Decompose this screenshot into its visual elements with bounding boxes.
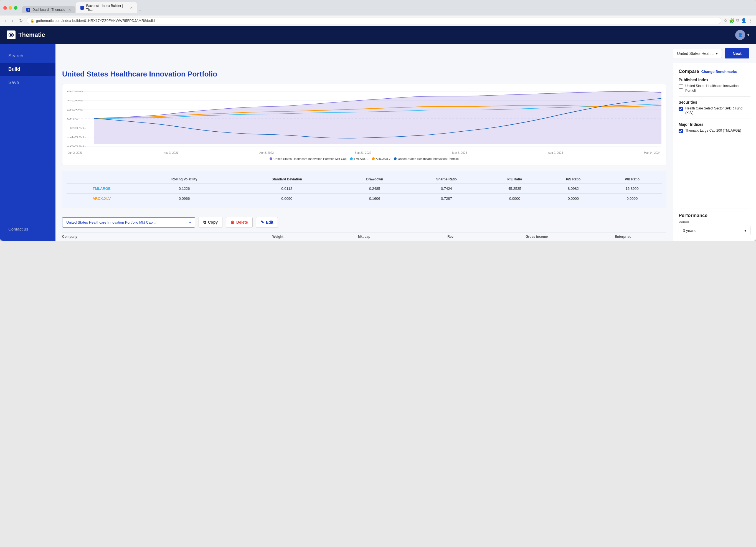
data-table-header: Company Weight Mkt cap Rev Gross income … — [62, 232, 666, 241]
tmlarge-rolling-vol: 0.1226 — [137, 184, 232, 194]
user-avatar[interactable]: 👤 — [735, 30, 745, 40]
browser-titlebar: T Dashboard | Thematic ✕ T Backtest - In… — [0, 0, 756, 16]
chart-label-2: Nov 3, 2021 — [163, 151, 178, 154]
logo-icon — [7, 30, 16, 39]
sidebar-contact[interactable]: Contact us — [0, 223, 55, 235]
copy-button[interactable]: ⧉ Copy — [199, 217, 222, 228]
forward-button[interactable]: › — [10, 18, 15, 24]
browser-tab-backtest[interactable]: T Backtest - Index Builder | Th... ✕ — [76, 2, 137, 13]
delete-button[interactable]: 🗑 Delete — [226, 217, 253, 228]
maximize-window-button[interactable] — [14, 6, 17, 10]
chart-label-1: Jun 2, 2021 — [68, 151, 82, 154]
stats-table-inner: Rolling Volatility Standard Deviation Dr… — [67, 175, 662, 204]
main-content: United States Healthcare Innovation Port… — [55, 63, 756, 241]
data-col-gross-income: Gross income — [494, 235, 580, 239]
portfolio-select-chevron: ▾ — [189, 220, 191, 225]
bookmark-icon[interactable]: ☆ — [724, 18, 727, 23]
securities-checkbox[interactable] — [679, 107, 683, 111]
edit-button[interactable]: ✎ Edit — [256, 217, 278, 228]
svg-text:-40%: -40% — [67, 136, 86, 139]
portfolio-select-dropdown[interactable]: United States Healthcare Innovation Port… — [62, 217, 195, 228]
bottom-bar: United States Healthcare Innovation Port… — [62, 213, 666, 232]
sidebar: Search Build Save Contact us — [0, 44, 55, 241]
top-controls-bar: United States Healt... ▾ Next — [55, 44, 756, 63]
copy-icon: ⧉ — [203, 220, 206, 225]
right-panel: Compare Change Benchmarks Published Inde… — [673, 63, 756, 241]
portfolio-dropdown[interactable]: United States Healt... ▾ — [673, 49, 722, 58]
tabs-bar: T Dashboard | Thematic ✕ T Backtest - In… — [22, 2, 695, 13]
tab-favicon-2: T — [80, 6, 84, 10]
main-panel: United States Healt... ▾ Next United Sta… — [55, 44, 756, 241]
add-tab-button[interactable]: + — [138, 7, 143, 13]
next-button[interactable]: Next — [725, 48, 749, 59]
logo-text: Thematic — [18, 31, 45, 39]
tab-favicon-1: T — [26, 8, 30, 12]
published-index-checkbox[interactable] — [679, 84, 683, 89]
tab-close-1[interactable]: ✕ — [69, 8, 71, 12]
legend-dot-purple — [270, 157, 272, 160]
app-header: Thematic 👤 ▾ — [0, 26, 756, 44]
svg-text:20%: 20% — [67, 108, 83, 111]
split-view-icon[interactable]: ⧉ — [736, 18, 739, 23]
svg-text:-20%: -20% — [67, 127, 86, 129]
portfolio-dropdown-label: United States Healt... — [677, 51, 714, 56]
traffic-lights — [3, 6, 17, 10]
major-indices-checkbox[interactable] — [679, 129, 683, 133]
compare-label: Compare — [679, 69, 699, 74]
user-menu-chevron[interactable]: ▾ — [747, 33, 749, 37]
period-label: Period — [679, 220, 750, 224]
published-index-row: United States Healthcare Innovation Port… — [679, 84, 750, 93]
address-bar[interactable]: 🔒 gothematic.com/index-builder/01HRX17YZ… — [27, 17, 721, 24]
chart-legend: United States Healthcare Innovation Port… — [67, 157, 661, 161]
col-header-pb: P/B Ratio — [603, 175, 662, 184]
center-content: United States Healthcare Innovation Port… — [55, 63, 673, 241]
col-header-drawdown: Drawdown — [342, 175, 407, 184]
arcxlv-sharpe: 0.7287 — [408, 194, 486, 204]
sidebar-item-search[interactable]: Search — [0, 49, 55, 63]
tmlarge-pb: 16.8990 — [603, 184, 662, 194]
divider-2 — [679, 119, 750, 119]
period-value: 3 years — [683, 228, 696, 233]
chart-label-4: Sep 21, 2022 — [355, 151, 371, 154]
arcxlv-std-dev: 0.0090 — [232, 194, 342, 204]
minimize-window-button[interactable] — [9, 6, 12, 10]
chart-container: 60% 40% 20% 0% -20% -40% -60% — [62, 84, 666, 165]
col-header-ps: P/S Ratio — [544, 175, 602, 184]
change-benchmarks-link[interactable]: Change Benchmarks — [701, 70, 737, 74]
svg-text:40%: 40% — [67, 99, 83, 102]
stats-row-tmlarge: TMLARGE 0.1226 0.0112 0.2485 0.7424 45.2… — [67, 184, 662, 194]
svg-text:-60%: -60% — [67, 145, 86, 148]
stats-table: Rolling Volatility Standard Deviation Dr… — [62, 171, 666, 208]
back-button[interactable]: ‹ — [3, 18, 8, 24]
published-index-item: United States Healthcare Innovation Port… — [685, 84, 750, 93]
chart-label-6: Aug 9, 2023 — [548, 151, 563, 154]
sidebar-item-save[interactable]: Save — [0, 76, 55, 89]
refresh-button[interactable]: ↻ — [17, 17, 24, 24]
browser-nav-icons: ☆ 🧩 ⧉ 👤 ⋮ — [724, 18, 753, 23]
portfolio-select-label: United States Healthcare Innovation Port… — [66, 220, 187, 225]
chart-label-7: Mar 14, 2024 — [644, 151, 660, 154]
menu-icon[interactable]: ⋮ — [748, 18, 753, 23]
ticker-tmlarge: TMLARGE — [67, 184, 137, 194]
ticker-arcxlv: ARCX:XLV — [67, 194, 137, 204]
profile-icon[interactable]: 👤 — [741, 18, 747, 23]
copy-label: Copy — [208, 220, 218, 225]
tmlarge-std-dev: 0.0112 — [232, 184, 342, 194]
close-window-button[interactable] — [3, 6, 7, 10]
browser-tab-dashboard[interactable]: T Dashboard | Thematic ✕ — [22, 6, 75, 13]
period-dropdown[interactable]: 3 years ▾ — [679, 226, 750, 235]
major-indices-item: Thematic Large Cap 200 (TMLARGE) — [685, 128, 741, 133]
legend-label-portfolio-mktcap: United States Healthcare Innovation Port… — [273, 157, 347, 161]
tmlarge-drawdown: 0.2485 — [342, 184, 407, 194]
legend-item-portfolio: United States Healthcare Innovation Port… — [394, 157, 459, 161]
sidebar-item-build[interactable]: Build — [0, 63, 55, 76]
legend-item-tmlarge: TMLARGE — [350, 157, 369, 161]
data-col-enterprise: Enterprise — [580, 235, 666, 239]
major-indices-label: Major Indices — [679, 122, 750, 127]
performance-section: Performance Period 3 years ▾ — [679, 208, 750, 235]
data-col-mktcap: Mkt cap — [321, 235, 407, 239]
arcxlv-pb: 0.0000 — [603, 194, 662, 204]
extensions-icon[interactable]: 🧩 — [729, 18, 735, 23]
tab-close-2[interactable]: ✕ — [130, 6, 133, 10]
securities-row: Health Care Select Sector SPDR Fund (XLV… — [679, 106, 750, 116]
